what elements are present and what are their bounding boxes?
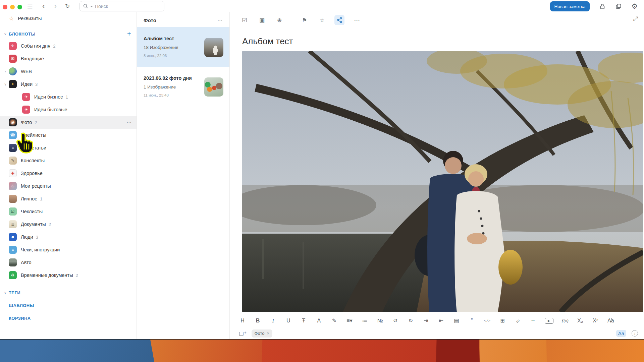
search-icon	[83, 4, 88, 9]
close-window-button[interactable]	[3, 5, 7, 9]
sidebar-footer-item[interactable]: ∨ ТЕГИ	[0, 286, 137, 299]
note-editor: ☑ ▣ ⊕ ⚑ ☆ ⋯ ⤢ Альбом тест	[230, 0, 644, 340]
notes-panel: Фото ⋯ Альбом тест 18 Изображения 8 июн.…	[137, 0, 230, 340]
notebook-label: Фото	[21, 120, 32, 125]
indent-increase-icon[interactable]: ⇥	[422, 316, 430, 325]
case-icon[interactable]: A̸a	[607, 316, 614, 325]
sidebar-footer-item[interactable]: КОРЗИНА	[0, 312, 137, 324]
insert-plus-icon[interactable]: ⊕	[274, 15, 284, 25]
chevron-icon[interactable]: ›	[2, 70, 9, 73]
sidebar-notebook-item[interactable]: ♨ Мои рецепты	[0, 180, 137, 192]
search-input[interactable]	[95, 4, 161, 9]
notebook-label: Личное	[21, 196, 37, 201]
notebooks-header[interactable]: ∨ БЛОКНОТЫ +	[0, 28, 137, 40]
sidebar-notebook-item[interactable]: Личное 1	[0, 192, 137, 205]
search-box[interactable]	[79, 1, 164, 11]
italic-icon[interactable]: I	[269, 316, 277, 325]
back-icon[interactable]: ‹	[39, 1, 49, 11]
notebook-list: ✈ События дня 2 ✉ Входящие › WEB	[0, 40, 137, 282]
note-editor-title[interactable]: Альбом тест	[242, 36, 293, 47]
notebook-label: Входящие	[21, 56, 44, 61]
more-options-icon[interactable]: ⋯	[217, 17, 223, 23]
sidebar-notebook-item[interactable]: ✈ Идеи бизнес 1	[0, 90, 137, 103]
note-list-item[interactable]: 2023.06.02 фото дня 1 Изображение 11 июн…	[137, 67, 229, 106]
sidebar-footer: ∨ ТЕГИ ШАБЛОНЫ КОРЗИНА	[0, 286, 137, 324]
notebook-label: Люди	[21, 234, 33, 240]
sidebar-notebook-item[interactable]: ☻ Люди 3	[0, 231, 137, 243]
note-photo[interactable]	[242, 51, 643, 312]
sidebar-notebook-item[interactable]: ≣ Документы 2	[0, 218, 137, 231]
undo-icon[interactable]: ↺	[392, 316, 399, 325]
minimize-window-button[interactable]	[10, 5, 15, 9]
divider-line-icon[interactable]: ┄	[529, 316, 537, 325]
forward-icon[interactable]: ›	[50, 1, 60, 11]
sidebar-notebook-item[interactable]: ✈ События дня 2	[0, 40, 137, 52]
text-color-icon[interactable]: A	[315, 316, 323, 325]
highlight-icon[interactable]: ✎	[330, 316, 338, 325]
reload-icon[interactable]: ↻	[62, 1, 72, 11]
pin-icon[interactable]: ⚑	[300, 15, 310, 25]
hamburger-menu-icon[interactable]: ☰	[25, 1, 35, 11]
tag-chip[interactable]: Фото ×	[252, 329, 272, 338]
lock-icon[interactable]	[598, 2, 607, 11]
sidebar-notebook-item[interactable]: ✈ Идеи бытовые	[0, 103, 137, 116]
info-icon[interactable]: i	[632, 330, 638, 337]
sidebar-footer-item[interactable]: ШАБЛОНЫ	[0, 299, 137, 312]
note-list-item[interactable]: Альбом тест 18 Изображения 8 июн., 22:06	[137, 27, 229, 67]
code-icon[interactable]: </>	[483, 316, 491, 325]
share-icon[interactable]	[334, 15, 344, 25]
copy-windows-icon[interactable]	[614, 2, 623, 11]
sidebar-notebook-item[interactable]: ✉ Входящие	[0, 52, 137, 65]
insert-block-icon[interactable]: ▤	[453, 316, 460, 325]
code-block-icon[interactable]: ⊞	[499, 316, 506, 325]
bullet-list-icon[interactable]: ≔	[361, 316, 369, 325]
gear-icon[interactable]: ⚙	[630, 2, 639, 11]
video-icon[interactable]: ▶	[545, 318, 553, 324]
text-size-button[interactable]: Aa	[616, 330, 626, 337]
tag-row: ▢⁺ Фото × Aa i	[230, 327, 644, 340]
notes-panel-header: Фото ⋯	[137, 13, 229, 27]
more-options-icon[interactable]: ⋯	[352, 15, 362, 25]
align-icon[interactable]: ≡▾	[346, 316, 353, 325]
notebook-count: 1	[40, 196, 42, 201]
notes-panel-title: Фото	[144, 17, 156, 23]
subscript-icon[interactable]: X₂	[577, 316, 584, 325]
notes-list: Альбом тест 18 Изображения 8 июн., 22:06…	[137, 27, 229, 106]
superscript-icon[interactable]: X²	[592, 316, 599, 325]
chevron-icon[interactable]: ∨	[2, 82, 9, 86]
add-tag-icon[interactable]: ▢⁺	[239, 330, 247, 337]
sidebar-notebook-item[interactable]: ♻ Временные документы 2	[0, 269, 137, 282]
favorite-star-icon[interactable]: ☆	[317, 15, 327, 25]
remove-tag-icon[interactable]: ×	[267, 331, 269, 336]
sidebar-notebook-item[interactable]: ☑ Чеклисты	[0, 205, 137, 218]
sidebar-notebook-item[interactable]: › WEB	[0, 65, 137, 78]
notebook-label: Идеи бизнес	[34, 94, 63, 100]
insert-image-icon[interactable]: ▣	[257, 15, 267, 25]
sidebar-notebook-item[interactable]: ≡ Чеки, инструкции	[0, 243, 137, 256]
notebook-count: 2	[76, 273, 78, 278]
sidebar-notebook-item[interactable]: ∨ ✦ Идеи 3	[0, 78, 137, 90]
quick-access-item[interactable]: ☆ Реквизиты	[0, 12, 137, 25]
expand-icon[interactable]: ⤢	[633, 15, 638, 22]
new-note-button[interactable]: Новая заметка	[550, 1, 590, 11]
notebook-label: События дня	[21, 43, 50, 49]
formula-icon[interactable]: ƒ(x)	[561, 316, 569, 325]
indent-decrease-icon[interactable]: ⇤	[438, 316, 445, 325]
notebook-count: 3	[36, 235, 38, 240]
add-notebook-icon[interactable]: +	[127, 30, 131, 38]
sidebar-notebook-item[interactable]: ◉ Фото 2 ⋯	[0, 116, 137, 129]
zoom-window-button[interactable]	[17, 5, 22, 9]
heading-icon[interactable]: H	[239, 316, 246, 325]
sidebar-notebook-item[interactable]: Авто	[0, 256, 137, 269]
numbered-list-icon[interactable]: №	[376, 316, 384, 325]
redo-icon[interactable]: ↻	[407, 316, 414, 325]
sidebar-notebook-item[interactable]: ✎ Конспекты	[0, 154, 137, 167]
bold-icon[interactable]: B	[254, 316, 262, 325]
sidebar-notebook-item[interactable]: ✚ Здоровье	[0, 167, 137, 180]
strikethrough-icon[interactable]: Ŧ	[300, 316, 307, 325]
link-icon[interactable]: ∞	[512, 315, 523, 326]
quote-icon[interactable]: ”	[468, 316, 476, 325]
task-checkbox-icon[interactable]: ☑	[239, 15, 250, 25]
notebook-menu-icon[interactable]: ⋯	[126, 119, 132, 125]
underline-icon[interactable]: U	[285, 316, 292, 325]
